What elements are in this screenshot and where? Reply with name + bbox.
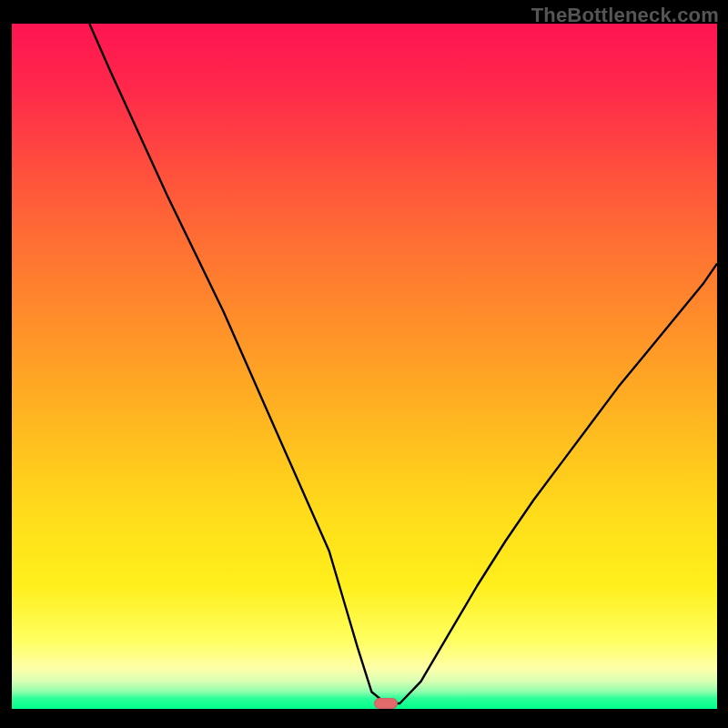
curve-svg (12, 24, 717, 709)
chart-frame: TheBottleneck.com (0, 0, 728, 728)
optimal-marker (374, 698, 398, 709)
watermark-text: TheBottleneck.com (531, 4, 719, 27)
bottleneck-curve-path (89, 24, 717, 703)
